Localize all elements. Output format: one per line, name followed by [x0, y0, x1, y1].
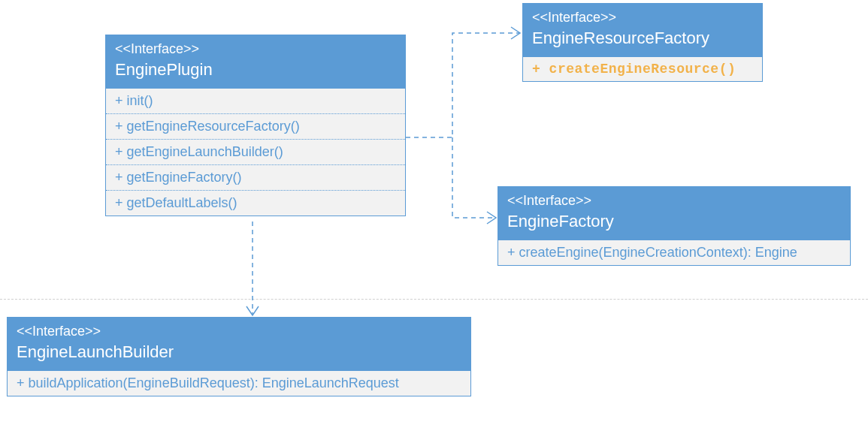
class-body: + createEngine(EngineCreationContext): E… — [498, 240, 850, 265]
class-title: EnginePlugin — [115, 60, 396, 80]
class-header: <<Interface>> EnginePlugin — [106, 35, 405, 89]
class-engine-resource-factory: <<Interface>> EngineResourceFactory + cr… — [522, 3, 763, 82]
stereotype-label: <<Interface>> — [532, 10, 753, 26]
class-header: <<Interface>> EngineResourceFactory — [523, 4, 762, 57]
class-title: EngineLaunchBuilder — [17, 342, 461, 362]
class-body: + init() + getEngineResourceFactory() + … — [106, 89, 405, 216]
method-row: + init() — [106, 89, 405, 114]
class-body: + buildApplication(EngineBuildRequest): … — [8, 371, 470, 396]
class-engine-factory: <<Interface>> EngineFactory + createEngi… — [498, 186, 851, 266]
method-row: + getDefaultLabels() — [106, 191, 405, 216]
method-row: + buildApplication(EngineBuildRequest): … — [8, 371, 470, 396]
method-row: + getEngineFactory() — [106, 165, 405, 191]
method-row: + createEngine(EngineCreationContext): E… — [498, 240, 850, 265]
class-title: EngineFactory — [507, 212, 841, 231]
stereotype-label: <<Interface>> — [507, 193, 841, 209]
class-title: EngineResourceFactory — [532, 29, 753, 48]
stereotype-label: <<Interface>> — [115, 41, 396, 57]
class-header: <<Interface>> EngineFactory — [498, 187, 850, 240]
page-divider — [0, 299, 868, 300]
method-row: + getEngineResourceFactory() — [106, 114, 405, 140]
class-engine-launch-builder: <<Interface>> EngineLaunchBuilder + buil… — [7, 317, 471, 396]
class-body: + createEngineResource() — [523, 57, 762, 81]
method-row: + createEngineResource() — [523, 57, 762, 81]
class-engine-plugin: <<Interface>> EnginePlugin + init() + ge… — [105, 35, 406, 216]
stereotype-label: <<Interface>> — [17, 324, 461, 339]
method-row: + getEngineLaunchBuilder() — [106, 140, 405, 165]
class-header: <<Interface>> EngineLaunchBuilder — [8, 318, 470, 371]
